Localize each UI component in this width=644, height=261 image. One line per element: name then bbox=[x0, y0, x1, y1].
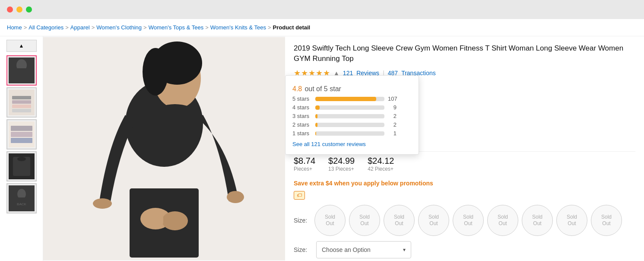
svg-rect-14 bbox=[17, 157, 26, 161]
bar-label-1: 1 stars bbox=[292, 130, 312, 137]
breadcrumb-separator-2: > bbox=[65, 24, 69, 31]
breadcrumb-womens-knits-tees[interactable]: Women's Knits & Tees bbox=[210, 24, 266, 31]
pieces-label-1: Pieces+ bbox=[294, 166, 315, 172]
size-options-row: Size: SoldOut SoldOut SoldOut SoldOut So… bbox=[294, 205, 635, 236]
bar-count-4: 9 bbox=[388, 104, 397, 111]
thumbnail-up-button[interactable]: ▲ bbox=[6, 40, 37, 52]
bar-bg-4 bbox=[315, 105, 384, 110]
breadcrumb-home[interactable]: Home bbox=[7, 24, 22, 31]
bar-fill-5 bbox=[315, 97, 376, 101]
size-option-5[interactable]: SoldOut bbox=[453, 205, 484, 236]
bar-count-3: 2 bbox=[388, 113, 397, 119]
svg-rect-2 bbox=[13, 68, 30, 83]
choose-option-row: Size: Choose an Option ▾ bbox=[294, 241, 635, 258]
choose-option-dropdown[interactable]: Choose an Option ▾ bbox=[316, 241, 411, 258]
bar-label-2: 2 stars bbox=[292, 121, 312, 128]
rating-bar-3stars: 3 stars 2 bbox=[292, 113, 412, 119]
bar-label-3: 3 stars bbox=[292, 113, 312, 119]
bar-bg-3 bbox=[315, 114, 384, 118]
choose-option-text: Choose an Option bbox=[322, 246, 371, 253]
bar-label-5: 5 stars bbox=[292, 95, 312, 102]
choose-size-label: Size: bbox=[294, 246, 311, 253]
breadcrumb-separator-5: > bbox=[205, 24, 209, 31]
coupon-badge[interactable]: 🏷 bbox=[294, 191, 305, 200]
bar-bg-2 bbox=[315, 123, 384, 127]
title-bar bbox=[0, 0, 644, 19]
price-tier-1: $8.74 Pieces+ bbox=[294, 156, 315, 172]
svg-rect-5 bbox=[12, 100, 31, 104]
rating-bar-4stars: 4 stars 9 bbox=[292, 104, 412, 111]
size-option-2[interactable]: SoldOut bbox=[349, 205, 380, 236]
svg-rect-6 bbox=[12, 105, 31, 108]
svg-rect-32 bbox=[158, 216, 163, 225]
thumbnail-5[interactable]: BACK bbox=[6, 183, 37, 213]
breadcrumb: Home > All Categories > Apparel > Women'… bbox=[0, 19, 644, 36]
breadcrumb-all-categories[interactable]: All Categories bbox=[29, 24, 63, 31]
svg-point-35 bbox=[227, 191, 244, 203]
page-layout: ▲ bbox=[0, 36, 644, 261]
pieces-label-2: 13 Pieces+ bbox=[328, 166, 355, 172]
size-option-9[interactable]: SoldOut bbox=[591, 205, 622, 236]
thumbnail-3[interactable] bbox=[6, 119, 37, 150]
rating-bar-2stars: 2 stars 2 bbox=[292, 121, 412, 128]
svg-rect-9 bbox=[11, 126, 32, 131]
size-option-8[interactable]: SoldOut bbox=[556, 205, 587, 236]
svg-text:BACK: BACK bbox=[17, 202, 26, 206]
bar-bg-5 bbox=[315, 97, 384, 101]
product-details-panel: 2019 Swiftly Tech Long Sleeve Crew Gym W… bbox=[285, 36, 644, 261]
see-all-reviews-link[interactable]: See all 121 customer reviews bbox=[292, 141, 412, 147]
svg-rect-10 bbox=[11, 132, 32, 137]
price-amount-3: $24.12 bbox=[368, 156, 394, 166]
svg-point-24 bbox=[143, 48, 168, 95]
rating-popup: 4.8 out of 5 star 5 stars 107 4 stars bbox=[285, 75, 419, 155]
bar-fill-4 bbox=[315, 105, 320, 110]
price-amount-2: $24.99 bbox=[328, 156, 355, 166]
close-button[interactable] bbox=[7, 6, 13, 13]
breadcrumb-apparel[interactable]: Apparel bbox=[70, 24, 90, 31]
size-label: Size: bbox=[294, 217, 311, 224]
popup-score: 4.8 out of 5 star bbox=[292, 83, 412, 94]
breadcrumb-separator-3: > bbox=[92, 24, 95, 31]
price-amount-1: $8.74 bbox=[294, 156, 315, 166]
bar-count-5: 107 bbox=[388, 95, 397, 102]
dropdown-arrow-icon: ▾ bbox=[403, 247, 406, 253]
bar-bg-1 bbox=[315, 131, 384, 136]
size-option-3[interactable]: SoldOut bbox=[384, 205, 415, 236]
breadcrumb-separator-1: > bbox=[24, 24, 27, 31]
price-tier-3: $24.12 42 Pieces+ bbox=[368, 156, 394, 172]
thumbnail-4[interactable] bbox=[6, 151, 37, 181]
thumbnail-1[interactable] bbox=[6, 55, 37, 86]
svg-point-34 bbox=[93, 198, 112, 209]
thumbnail-2[interactable] bbox=[6, 87, 37, 118]
bar-fill-2 bbox=[315, 123, 317, 127]
bar-fill-1 bbox=[315, 131, 316, 136]
svg-rect-31 bbox=[152, 215, 158, 225]
pieces-label-3: 42 Pieces+ bbox=[368, 166, 394, 172]
price-section: $8.74 Pieces+ $24.99 13 Pieces+ $24.12 4… bbox=[294, 151, 635, 176]
size-option-7[interactable]: SoldOut bbox=[522, 205, 553, 236]
minimize-button[interactable] bbox=[16, 6, 22, 13]
size-option-6[interactable]: SoldOut bbox=[487, 205, 518, 236]
popup-out-of: out of 5 star bbox=[305, 85, 341, 92]
size-option-4[interactable]: SoldOut bbox=[418, 205, 449, 236]
breadcrumb-womens-clothing[interactable]: Women's Clothing bbox=[96, 24, 142, 31]
size-option-1[interactable]: SoldOut bbox=[314, 205, 346, 236]
bar-count-1: 1 bbox=[388, 130, 397, 137]
main-content: Home > All Categories > Apparel > Women'… bbox=[0, 19, 644, 261]
maximize-button[interactable] bbox=[26, 6, 32, 13]
rating-bar-1star: 1 stars 1 bbox=[292, 130, 412, 137]
bar-label-4: 4 stars bbox=[292, 104, 312, 111]
save-promo-text: Save extra $4 when you apply below promo… bbox=[294, 180, 635, 187]
breadcrumb-womens-tops-tees[interactable]: Women's Tops & Tees bbox=[149, 24, 204, 31]
breadcrumb-separator-6: > bbox=[268, 24, 271, 31]
main-product-image bbox=[43, 36, 285, 261]
bar-count-2: 2 bbox=[388, 121, 397, 128]
breadcrumb-separator-4: > bbox=[143, 24, 147, 31]
svg-rect-4 bbox=[12, 96, 31, 99]
svg-rect-11 bbox=[11, 138, 32, 143]
product-title: 2019 Swiftly Tech Long Sleeve Crew Gym W… bbox=[294, 43, 635, 64]
price-tier-2: $24.99 13 Pieces+ bbox=[328, 156, 355, 172]
thumbnail-sidebar: ▲ bbox=[0, 36, 43, 261]
svg-rect-33 bbox=[164, 216, 168, 225]
svg-rect-7 bbox=[12, 109, 31, 112]
